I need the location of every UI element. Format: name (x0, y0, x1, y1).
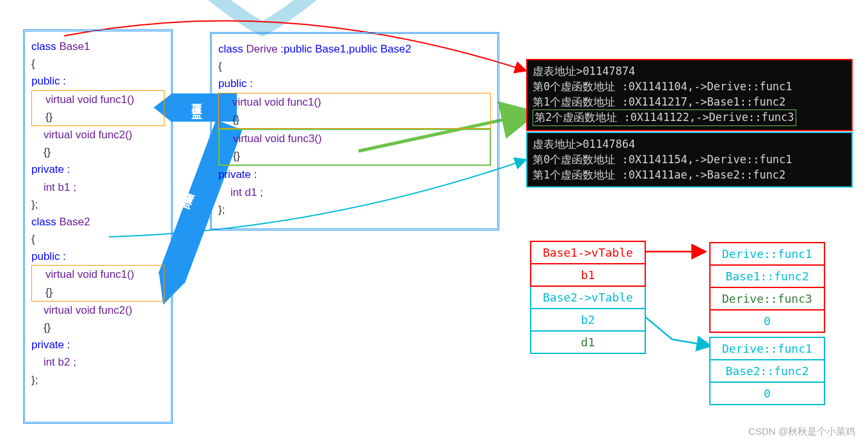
public-kw: public : (31, 248, 165, 265)
brace: }; (218, 201, 491, 218)
object-layout-table: Base1->vTable b1 Base2->vTable b2 d1 (530, 241, 646, 354)
console1-line3: 第2个虚函数地址 :0X1141122,->Derive::func3 (534, 111, 794, 124)
base1-func2-sig: virtual void func2() (31, 126, 165, 143)
base2-name: Base2 (59, 216, 90, 228)
layout-row2: Base2->vTable (531, 286, 645, 309)
vt1-r0: Derive::func1 (710, 243, 824, 265)
derive-func1-body: {} (220, 111, 489, 128)
derive-func3-highlight: virtual void func3() {} (218, 129, 491, 166)
derive-func1-highlight: virtual void func1() {} (218, 93, 491, 129)
console1-line2: 第1个虚函数地址 :0X1141217,->Base1::func2 (533, 95, 846, 110)
vt1-r2: Derive::func3 (710, 287, 824, 310)
brace: }; (31, 196, 165, 213)
base1-func1-sig: virtual void func1() (33, 91, 163, 108)
derive-func1-sig: virtual void func1() (220, 93, 489, 111)
vtable2-table: Derive::func1 Base2::func2 0 (709, 337, 825, 405)
kw-class: class (218, 43, 246, 55)
brace: { (218, 58, 491, 75)
console2-line1: 第0个虚函数地址 :0X1141154,->Derive::func1 (533, 152, 846, 168)
derive-func3-body: {} (221, 147, 488, 165)
layout-row4: d1 (531, 331, 645, 353)
layout-row1: b1 (531, 264, 645, 286)
vt2-r2: 0 (710, 382, 824, 405)
private-kw: private : (31, 161, 165, 178)
derive-func3-sig: virtual void func3() (221, 130, 488, 147)
watermark: CSDN @秋秋是个小菜鸡 (748, 426, 855, 438)
console2-line0: 虚表地址>01147864 (533, 137, 846, 152)
base1-func1-highlight: virtual void func1() {} (31, 90, 165, 126)
base2-member: int b2 ; (31, 353, 165, 371)
vt1-r3: 0 (710, 310, 824, 332)
vt2-r0: Derive::func1 (710, 337, 824, 360)
override-label-1: 覆盖 (189, 95, 204, 101)
public-kw: public : (31, 72, 165, 90)
console-vtable1: 虚表地址>01147874 第0个虚函数地址 :0X1141104,->Deri… (526, 59, 853, 131)
brace: }; (31, 371, 165, 389)
public-kw: public : (218, 75, 491, 92)
console1-line0: 虚表地址>01147874 (533, 64, 846, 79)
kw-class: class (31, 216, 59, 228)
base-classes-box: class Base1 { public : virtual void func… (23, 29, 173, 424)
base2-func2-sig: virtual void func2() (31, 302, 165, 319)
base2-func1-body: {} (33, 284, 163, 301)
private-kw: private : (218, 166, 491, 183)
vt2-r1: Base2::func2 (710, 360, 824, 382)
base2-func1-sig: virtual void func1() (33, 266, 163, 283)
base1-member: int b1 ; (31, 179, 165, 196)
base2-func2-body: {} (31, 319, 165, 336)
layout-row3: b2 (531, 309, 645, 331)
vtable1-table: Derive::func1 Base1::func2 Derive::func3… (709, 242, 825, 333)
base1-func2-body: {} (31, 143, 165, 161)
base2-func1-highlight: virtual void func1() {} (31, 265, 165, 301)
derive-class-box: class Derive :public Base1,public Base2 … (210, 32, 499, 230)
brace: { (31, 55, 165, 72)
console1-line3-highlight: 第2个虚函数地址 :0X1141122,->Derive::func3 (533, 109, 796, 126)
console2-line2: 第1个虚函数地址 :0X11411ae,->Base2::func2 (533, 168, 846, 183)
kw-class: class (31, 40, 59, 52)
console-vtable2: 虚表地址>01147864 第0个虚函数地址 :0X1141154,->Deri… (526, 132, 853, 188)
derive-inherit: public Base1,public Base2 (284, 43, 411, 55)
derive-member: int d1 ; (218, 184, 491, 201)
vt1-r1: Base1::func2 (710, 265, 824, 287)
derive-name: Derive : (246, 43, 284, 55)
console1-line1: 第0个虚函数地址 :0X1141104,->Derive::func1 (533, 79, 846, 95)
brace: { (31, 230, 165, 248)
base1-name: Base1 (59, 40, 90, 52)
private-kw: private : (31, 336, 165, 353)
layout-row0: Base1->vTable (531, 241, 645, 264)
base1-func1-body: {} (33, 108, 163, 125)
override-label-2: 覆盖 (185, 183, 200, 193)
